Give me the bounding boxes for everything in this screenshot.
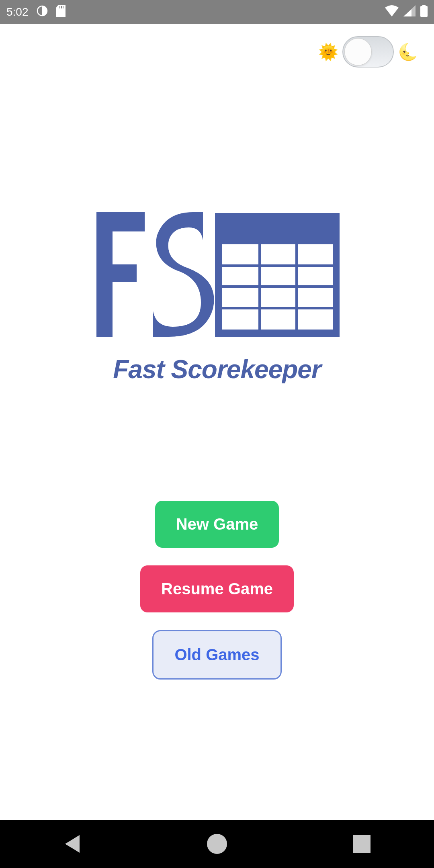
svg-rect-15 — [222, 307, 333, 309]
svg-rect-4 — [422, 5, 426, 6]
svg-rect-8 — [96, 264, 137, 282]
status-time: 5:02 — [6, 6, 29, 18]
nav-recent-button[interactable] — [352, 834, 372, 854]
buttons-section: New Game Resume Game Old Games — [140, 501, 294, 680]
status-bar: 5:02 — [0, 0, 434, 24]
svg-rect-13 — [222, 264, 333, 267]
svg-rect-14 — [222, 285, 333, 288]
nav-back-button[interactable] — [62, 834, 82, 854]
back-triangle-icon — [65, 835, 80, 853]
svg-rect-5 — [420, 6, 428, 17]
sd-card-icon — [56, 5, 66, 20]
app-tagline: Fast Scorekeeper — [92, 354, 342, 384]
old-games-button[interactable]: Old Games — [152, 630, 281, 680]
theme-toggle-row: 🌞 🌜 — [0, 24, 434, 68]
app-indicator-icon — [37, 5, 48, 19]
svg-rect-7 — [96, 212, 145, 231]
svg-rect-2 — [61, 6, 62, 8]
wifi-icon — [385, 5, 399, 19]
recent-square-icon — [353, 835, 371, 853]
toggle-knob — [344, 38, 372, 66]
moon-icon: 🌜 — [398, 43, 418, 61]
svg-rect-3 — [63, 6, 63, 8]
app-logo-icon — [92, 208, 342, 341]
home-circle-icon — [207, 834, 227, 854]
main-content: 🌞 🌜 — [0, 24, 434, 680]
status-right — [385, 5, 428, 20]
logo-section: Fast Scorekeeper — [92, 208, 342, 384]
resume-game-button[interactable]: Resume Game — [140, 565, 294, 612]
signal-icon — [403, 5, 416, 19]
navigation-bar — [0, 820, 434, 868]
battery-icon — [420, 5, 428, 20]
sun-icon: 🌞 — [318, 43, 338, 61]
status-left: 5:02 — [6, 5, 66, 20]
nav-home-button[interactable] — [207, 834, 227, 854]
theme-toggle-switch[interactable] — [342, 36, 394, 68]
svg-rect-1 — [59, 6, 60, 8]
new-game-button[interactable]: New Game — [155, 501, 279, 548]
